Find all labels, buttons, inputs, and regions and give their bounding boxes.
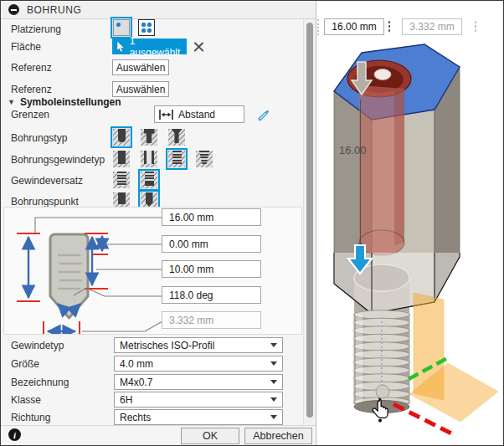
thread-standard-value: Metrisches ISO-Profil xyxy=(120,340,214,351)
bolt-3d-preview: 16.00 xyxy=(316,1,504,445)
thread-type-simple-button[interactable] xyxy=(111,148,132,170)
cancel-button[interactable]: Abbrechen xyxy=(244,428,312,444)
direction-value: Rechts xyxy=(120,412,151,423)
scrollbar-thumb[interactable] xyxy=(306,23,313,418)
hole-type-simple-button[interactable] xyxy=(111,126,132,148)
cursor-arrow-icon xyxy=(116,41,126,53)
thread-depth-field[interactable]: 10.00 mm xyxy=(162,260,261,278)
face-label: Fläche xyxy=(11,41,41,53)
thread-type-label: Bohrungsgewindetyp xyxy=(11,154,105,166)
thread-offset-label: Gewindeversatz xyxy=(11,175,83,187)
chevron-down-icon xyxy=(270,415,277,419)
chevron-down-icon xyxy=(270,380,277,384)
size-value: 4.0 mm xyxy=(120,358,153,370)
symbol-settings-header[interactable]: ▼ Symboleinstellungen xyxy=(8,96,121,108)
thread-type-tapped-button[interactable] xyxy=(166,148,188,170)
extents-dropdown[interactable]: Abstand xyxy=(154,105,244,123)
fusion-hole-feature-screen: BOHRUNG Platzierung Fläche 1 ausgewählt … xyxy=(0,0,504,446)
hole-type-counterbore-button[interactable] xyxy=(138,126,160,148)
ok-button[interactable]: OK xyxy=(181,428,239,444)
dialog-scrollbar[interactable] xyxy=(303,19,316,425)
hole-type-countersink-button[interactable] xyxy=(166,126,188,148)
offset-field[interactable]: 0.00 mm xyxy=(162,235,261,253)
extents-label: Grenzen xyxy=(11,109,49,120)
reference1-label: Referenz xyxy=(11,62,52,74)
designation-value: M4x0.7 xyxy=(120,377,152,388)
thread-type-clearance-button[interactable] xyxy=(138,148,160,170)
simple-thread-icon xyxy=(113,151,130,167)
face-selection-count: 1 ausgewählt xyxy=(130,35,187,59)
class-label: Klasse xyxy=(11,394,41,406)
face-selection-button[interactable]: 1 ausgewählt xyxy=(112,38,187,54)
size-dropdown[interactable]: 4.0 mm xyxy=(114,356,283,372)
depth-field[interactable]: 16.00 mm xyxy=(162,208,261,226)
size-label: Größe xyxy=(11,358,39,370)
thread-offset-full-button[interactable] xyxy=(111,169,132,191)
viewport-diameter-input: 3.332 mm xyxy=(402,18,462,35)
chevron-down-icon xyxy=(270,343,277,347)
full-thread-icon xyxy=(113,172,130,188)
minus-circle-icon[interactable] xyxy=(8,4,19,15)
thread-standard-label: Gewindetyp xyxy=(11,340,64,351)
thread-offset-partial-button[interactable] xyxy=(138,169,160,191)
hole-point-label: Bohrungspunkt xyxy=(11,196,79,208)
symbol-settings-title: Symboleinstellungen xyxy=(20,96,121,108)
class-dropdown[interactable]: 6H xyxy=(114,392,283,408)
dialog-title: BOHRUNG xyxy=(27,4,82,16)
center-point-handle xyxy=(376,385,389,398)
triangle-down-icon: ▼ xyxy=(8,98,15,106)
info-icon[interactable]: i xyxy=(8,428,21,441)
hole-type-label: Bohrungstyp xyxy=(11,132,67,144)
designation-dropdown[interactable]: M4x0.7 xyxy=(114,374,283,390)
designation-label: Bezeichnung xyxy=(11,377,69,388)
viewport-3d[interactable]: 16.00 xyxy=(316,1,504,445)
taper-tapped-hole-icon xyxy=(196,151,213,167)
footer-divider xyxy=(1,425,316,426)
countersink-hole-icon xyxy=(168,129,185,146)
direction-dropdown[interactable]: Rechts xyxy=(114,409,283,425)
direction-label: Richtung xyxy=(11,412,50,423)
chevron-down-icon xyxy=(270,397,277,402)
reference2-select-button[interactable]: Auswählen xyxy=(112,81,169,97)
depth-dimension-annotation: 16.00 xyxy=(339,144,367,156)
inputs-drag-handle[interactable] xyxy=(317,19,322,35)
reference2-label: Referenz xyxy=(11,84,52,95)
placement-label: Platzierung xyxy=(11,23,61,35)
diameter-field: 3.332 mm xyxy=(162,311,261,329)
chevron-down-icon xyxy=(270,361,277,366)
thread-standard-dropdown[interactable]: Metrisches ISO-Profil xyxy=(114,337,283,353)
reference1-select-button[interactable]: Auswählen xyxy=(112,59,169,75)
edit-pencil-icon[interactable] xyxy=(256,108,270,121)
extents-value: Abstand xyxy=(178,109,215,120)
simple-hole-icon xyxy=(113,129,130,146)
thread-type-taper-tapped-button[interactable] xyxy=(193,148,215,170)
multi-point-placement-icon xyxy=(138,19,155,36)
hole-dialog: BOHRUNG Platzierung Fläche 1 ausgewählt … xyxy=(1,1,316,445)
distance-arrows-icon xyxy=(159,110,173,120)
angle-field[interactable]: 118.0 deg xyxy=(162,286,261,304)
tapped-hole-icon xyxy=(168,151,185,167)
clearance-hole-icon xyxy=(141,151,157,167)
viewport-depth-input[interactable]: 16.00 mm xyxy=(324,18,384,35)
class-value: 6H xyxy=(120,394,132,406)
clear-selection-icon[interactable] xyxy=(193,41,204,52)
single-placement-icon xyxy=(113,19,130,36)
partial-thread-icon xyxy=(141,172,157,188)
diameter-input-options-icon[interactable] xyxy=(474,21,477,32)
dialog-titlebar[interactable]: BOHRUNG xyxy=(1,1,316,19)
counterbore-hole-icon xyxy=(141,129,157,146)
depth-input-options-icon[interactable] xyxy=(388,21,391,32)
